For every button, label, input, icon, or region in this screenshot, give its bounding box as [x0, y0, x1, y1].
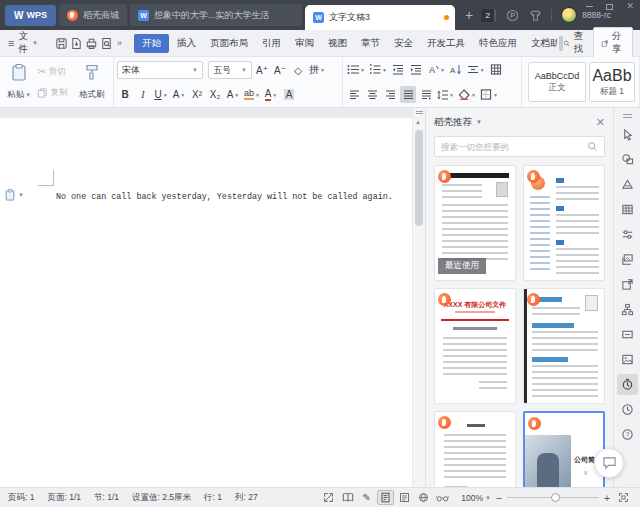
ribbon-tab-review[interactable]: 审阅 [289, 34, 320, 53]
scroll-up-arrow-icon[interactable]: ▲ [415, 119, 421, 125]
image-library-icon[interactable] [617, 249, 638, 270]
file-menu-button[interactable]: ≡ 文件 ▼ [0, 30, 46, 56]
docer-resources-icon[interactable] [617, 374, 638, 395]
ribbon-tab-security[interactable]: 安全 [388, 34, 419, 53]
fit-page-button[interactable] [615, 490, 632, 505]
tab-document-1[interactable]: W 想象中的大学...实的大学生活 [130, 4, 302, 26]
pinyin-guide-button[interactable]: 拼▼ [308, 62, 326, 79]
save-button[interactable] [55, 34, 68, 52]
italic-button[interactable]: I [135, 86, 151, 103]
clear-format-button[interactable]: ◇ [290, 62, 306, 79]
wps-home-button[interactable]: W WPS [5, 5, 56, 26]
paste-button[interactable]: 粘贴▼ [3, 61, 35, 103]
quick-access-overflow-button[interactable]: » [117, 38, 122, 48]
table-tool-icon[interactable] [617, 199, 638, 220]
align-right-button[interactable] [382, 86, 398, 103]
minimize-button[interactable] [586, 6, 593, 7]
ribbon-tab-home[interactable]: 开始 [134, 34, 169, 53]
picture-tool-icon[interactable] [617, 349, 638, 370]
ribbon-tab-dev-tools[interactable]: 开发工具 [421, 34, 471, 53]
page-view-button[interactable] [377, 490, 394, 505]
align-left-button[interactable] [346, 86, 362, 103]
justify-button[interactable] [400, 86, 416, 103]
history-icon[interactable] [617, 399, 638, 420]
bold-button[interactable]: B [117, 86, 133, 103]
ribbon-tab-view[interactable]: 视图 [322, 34, 353, 53]
zoom-level-button[interactable]: 100% ▼ [461, 493, 491, 503]
status-page-number[interactable]: 页码: 1 [8, 492, 34, 504]
document-page[interactable]: ▼ No one can call back yesterday, Yester… [0, 118, 412, 487]
grow-font-button[interactable]: A⁺ [254, 62, 270, 79]
shrink-font-button[interactable]: A⁻ [272, 62, 288, 79]
template-resume-two-column[interactable] [523, 165, 605, 281]
superscript-button[interactable]: X² [189, 86, 205, 103]
tab-docer-store[interactable]: 稻壳商城 [59, 4, 127, 26]
template-company-red-doc[interactable]: XXXX 有限公司文件 [434, 288, 516, 404]
format-painter-button[interactable]: 格式刷 [74, 61, 110, 103]
status-page-count[interactable]: 页面: 1/1 [47, 492, 81, 504]
template-resume-photo[interactable] [523, 288, 605, 404]
chevron-down-icon[interactable]: ▼ [476, 119, 482, 125]
print-preview-button[interactable] [100, 34, 113, 52]
export-pdf-button[interactable] [70, 34, 83, 52]
status-margin-setting[interactable]: 设置值: 2.5厘米 [132, 492, 191, 504]
borders-button[interactable]: ▼ [479, 86, 499, 103]
template-resume-classic[interactable]: 最近使用 [434, 165, 516, 281]
ribbon-tab-special-features[interactable]: 特色应用 [473, 34, 523, 53]
close-button[interactable]: ✕ [626, 2, 634, 11]
ribbon-tab-doc-assistant[interactable]: 文档助手 [525, 34, 557, 53]
align-center-button[interactable] [364, 86, 380, 103]
font-size-combobox[interactable]: 五号 ▼ [208, 61, 252, 79]
sort-button[interactable]: A [448, 61, 464, 78]
export-share-icon[interactable] [617, 274, 638, 295]
shading-button[interactable]: ▼ [457, 86, 477, 103]
style-normal[interactable]: AaBbCcDd 正文 [528, 62, 586, 102]
distribute-button[interactable] [418, 86, 434, 103]
privilege-icon[interactable] [505, 8, 519, 22]
write-mode-button[interactable]: ✎ [358, 490, 375, 505]
subscript-button[interactable]: X₂ [207, 86, 223, 103]
text-direction-button[interactable]: A▼ [426, 61, 446, 78]
style-heading1[interactable]: AaBb 标题 1 [589, 62, 635, 102]
zoom-in-button[interactable]: + [601, 492, 613, 504]
ribbon-tab-section[interactable]: 章节 [355, 34, 386, 53]
font-color-button[interactable]: A▼ [263, 86, 279, 103]
fit-window-button[interactable] [320, 490, 337, 505]
zoom-slider-knob[interactable] [551, 493, 560, 502]
share-button[interactable]: 分享 [593, 27, 633, 59]
template-search-input[interactable] [441, 142, 587, 152]
ribbon-tab-page-layout[interactable]: 页面布局 [204, 34, 254, 53]
read-mode-button[interactable] [339, 490, 356, 505]
paragraph-layout-button[interactable]: ▼ [466, 61, 486, 78]
task-pane-close-button[interactable]: ✕ [596, 116, 605, 129]
smartart-tool-icon[interactable] [617, 174, 638, 195]
character-shading-button[interactable]: A [281, 86, 297, 103]
decrease-indent-button[interactable] [390, 61, 406, 78]
tab-document-active[interactable]: W 文字文稿3 [305, 5, 455, 30]
zoom-slider[interactable] [507, 490, 599, 505]
cut-button[interactable]: ✂ 剪切 [37, 66, 73, 78]
underline-button[interactable]: U▼ [153, 86, 169, 103]
document-area[interactable]: ▼ No one can call back yesterday, Yester… [0, 108, 412, 487]
scrollbar-thumb[interactable] [415, 130, 423, 226]
pane-drag-handle[interactable] [623, 114, 632, 118]
skin-center-icon[interactable] [528, 8, 542, 22]
status-section[interactable]: 节: 1/1 [94, 492, 119, 504]
numbered-list-button[interactable]: ▼ [368, 61, 388, 78]
user-avatar[interactable] [561, 7, 577, 23]
zoom-out-button[interactable]: − [493, 492, 505, 504]
maximize-button[interactable] [606, 4, 613, 10]
text-box-tool-icon[interactable] [617, 324, 638, 345]
bullet-list-button[interactable]: ▼ [346, 61, 366, 78]
flowchart-tool-icon[interactable] [617, 299, 638, 320]
ribbon-tab-references[interactable]: 引用 [256, 34, 287, 53]
document-text[interactable]: No one can call back yesterday, Yesterda… [56, 192, 406, 202]
web-view-button[interactable] [415, 490, 432, 505]
outline-view-button[interactable] [396, 490, 413, 505]
highlight-color-button[interactable]: ab▼ [243, 86, 261, 103]
more-font-button[interactable]: A▼ [225, 86, 241, 103]
eye-protection-button[interactable] [434, 490, 451, 505]
insert-table-icon[interactable] [488, 61, 504, 78]
vertical-scrollbar[interactable]: ▲ [412, 108, 425, 487]
increase-indent-button[interactable] [408, 61, 424, 78]
